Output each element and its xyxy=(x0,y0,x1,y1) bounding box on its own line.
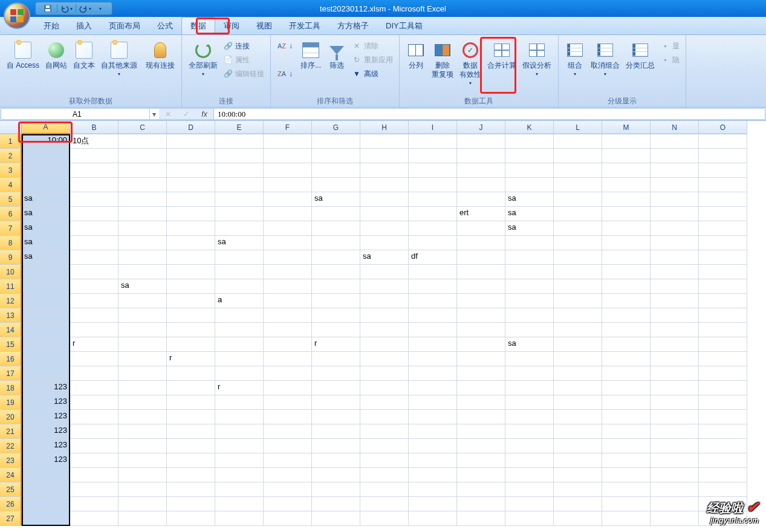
cell-I12[interactable] xyxy=(409,294,457,308)
cell-D18[interactable] xyxy=(167,381,215,395)
cell-D6[interactable] xyxy=(167,207,215,221)
cell-H8[interactable] xyxy=(360,236,409,250)
cell-L5[interactable] xyxy=(554,192,602,207)
cell-J26[interactable] xyxy=(457,497,505,511)
cell-E18[interactable]: r xyxy=(215,381,264,395)
cell-E25[interactable] xyxy=(215,482,264,497)
cell-C25[interactable] xyxy=(118,482,167,497)
cell-G1[interactable] xyxy=(312,134,360,149)
cell-K12[interactable] xyxy=(505,294,554,308)
cell-A10[interactable] xyxy=(22,265,70,279)
cell-F9[interactable] xyxy=(264,250,312,265)
cell-O15[interactable] xyxy=(699,337,747,352)
cell-G12[interactable] xyxy=(312,294,360,308)
from-access-button[interactable]: 自 Access xyxy=(4,39,42,92)
cell-H5[interactable] xyxy=(360,192,409,207)
tab-developer[interactable]: 开发工具 xyxy=(281,18,329,34)
cell-N23[interactable] xyxy=(651,453,699,468)
cell-H4[interactable] xyxy=(360,178,409,192)
cell-D15[interactable] xyxy=(167,337,215,352)
cell-G7[interactable] xyxy=(312,221,360,236)
cell-E11[interactable] xyxy=(215,279,264,294)
show-detail-button[interactable]: ▪显 xyxy=(658,40,682,52)
cell-B10[interactable] xyxy=(70,265,118,279)
cell-M3[interactable] xyxy=(602,163,651,178)
cell-N17[interactable] xyxy=(651,366,699,381)
cell-G4[interactable] xyxy=(312,178,360,192)
cell-M18[interactable] xyxy=(602,381,651,395)
cell-G8[interactable] xyxy=(312,236,360,250)
cell-E8[interactable]: sa xyxy=(215,236,264,250)
row-header-14[interactable]: 14 xyxy=(0,323,22,337)
cell-B15[interactable]: r xyxy=(70,337,118,352)
cell-J17[interactable] xyxy=(457,366,505,381)
cell-H17[interactable] xyxy=(360,366,409,381)
cell-G26[interactable] xyxy=(312,497,360,511)
select-all-corner[interactable] xyxy=(0,121,22,134)
cell-H16[interactable] xyxy=(360,352,409,366)
cell-N26[interactable] xyxy=(651,497,699,511)
cell-F19[interactable] xyxy=(264,395,312,410)
cell-I6[interactable] xyxy=(409,207,457,221)
cell-E7[interactable] xyxy=(215,221,264,236)
cell-M9[interactable] xyxy=(602,250,651,265)
cell-B22[interactable] xyxy=(70,439,118,453)
tab-view[interactable]: 视图 xyxy=(248,18,281,34)
cell-D2[interactable] xyxy=(167,149,215,163)
row-header-17[interactable]: 17 xyxy=(0,366,22,381)
cell-L2[interactable] xyxy=(554,149,602,163)
cell-E27[interactable] xyxy=(215,511,264,526)
cell-A8[interactable]: sa xyxy=(22,236,70,250)
cell-K3[interactable] xyxy=(505,163,554,178)
cell-C2[interactable] xyxy=(118,149,167,163)
cell-M23[interactable] xyxy=(602,453,651,468)
cell-L10[interactable] xyxy=(554,265,602,279)
row-header-4[interactable]: 4 xyxy=(0,178,22,192)
cell-O18[interactable] xyxy=(699,381,747,395)
cell-E21[interactable] xyxy=(215,424,264,439)
cell-G22[interactable] xyxy=(312,439,360,453)
cell-H19[interactable] xyxy=(360,395,409,410)
cell-B16[interactable] xyxy=(70,352,118,366)
subtotal-button[interactable]: 分类汇总 xyxy=(623,39,658,92)
row-header-19[interactable]: 19 xyxy=(0,395,22,410)
row-header-13[interactable]: 13 xyxy=(0,308,22,323)
data-validation-button[interactable]: ✓数据有效性▾ xyxy=(456,39,484,92)
cell-D12[interactable] xyxy=(167,294,215,308)
column-header-J[interactable]: J xyxy=(457,121,505,134)
qat-undo-button[interactable]: ▾ xyxy=(60,3,73,14)
cell-E24[interactable] xyxy=(215,468,264,482)
cell-A13[interactable] xyxy=(22,308,70,323)
cell-G3[interactable] xyxy=(312,163,360,178)
cell-G23[interactable] xyxy=(312,453,360,468)
ungroup-button[interactable]: 取消组合▾ xyxy=(588,39,623,92)
column-header-D[interactable]: D xyxy=(167,121,215,134)
cell-H11[interactable] xyxy=(360,279,409,294)
cell-A3[interactable] xyxy=(22,163,70,178)
cell-J9[interactable] xyxy=(457,250,505,265)
from-text-button[interactable]: 自文本 xyxy=(70,39,98,92)
cell-K23[interactable] xyxy=(505,453,554,468)
cell-B25[interactable] xyxy=(70,482,118,497)
cell-E16[interactable] xyxy=(215,352,264,366)
cell-B27[interactable] xyxy=(70,511,118,526)
cell-F20[interactable] xyxy=(264,410,312,424)
cell-M27[interactable] xyxy=(602,511,651,526)
cell-A1[interactable]: 10:00 xyxy=(22,134,70,149)
cell-L3[interactable] xyxy=(554,163,602,178)
cell-G13[interactable] xyxy=(312,308,360,323)
qat-redo-button[interactable]: ▾ xyxy=(79,3,91,14)
cell-G16[interactable] xyxy=(312,352,360,366)
cell-B5[interactable] xyxy=(70,192,118,207)
office-button[interactable] xyxy=(4,2,30,29)
cell-H7[interactable] xyxy=(360,221,409,236)
name-box[interactable]: ▾ xyxy=(1,108,159,120)
cell-E5[interactable] xyxy=(215,192,264,207)
cell-K9[interactable] xyxy=(505,250,554,265)
cell-J11[interactable] xyxy=(457,279,505,294)
cell-K10[interactable] xyxy=(505,265,554,279)
cell-F25[interactable] xyxy=(264,482,312,497)
cell-G2[interactable] xyxy=(312,149,360,163)
cell-I21[interactable] xyxy=(409,424,457,439)
cell-J23[interactable] xyxy=(457,453,505,468)
